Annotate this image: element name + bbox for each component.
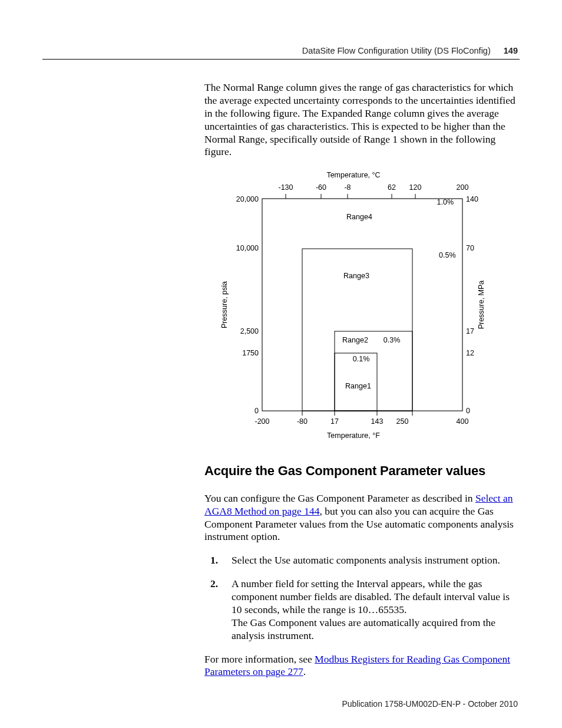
running-head: DataSite Flow Configuration Utility (DS … <box>302 46 518 55</box>
chart-right-axis-label: Pressure, MPa <box>477 281 485 330</box>
step-1: 1. Select the Use automatic components a… <box>204 554 518 567</box>
step-2-text: A number field for setting the Interval … <box>232 578 510 641</box>
svg-text:70: 70 <box>466 244 474 252</box>
range3-label: Range3 <box>343 272 369 280</box>
svg-text:-60: -60 <box>316 183 326 192</box>
range1-label: Range1 <box>345 382 371 390</box>
svg-text:400: 400 <box>457 417 469 426</box>
section-paragraph: You can configure the Gas Component Para… <box>204 492 518 544</box>
range2-label: Range2 <box>342 336 368 344</box>
svg-text:140: 140 <box>466 195 478 203</box>
page-number: 149 <box>504 46 518 55</box>
top-ticks: -130 -60 -8 62 120 200 <box>278 183 468 199</box>
svg-text:143: 143 <box>371 417 384 426</box>
svg-text:1750: 1750 <box>242 349 259 357</box>
section-heading: Acquire the Gas Component Parameter valu… <box>204 463 518 479</box>
svg-text:2,500: 2,500 <box>240 327 259 335</box>
page: DataSite Flow Configuration Utility (DS … <box>0 0 562 728</box>
range1-pct: 0.1% <box>353 355 370 363</box>
right-ticks: 140 70 17 12 0 <box>466 195 478 415</box>
range4-label: Range4 <box>346 213 372 221</box>
svg-text:0: 0 <box>254 407 259 415</box>
svg-text:12: 12 <box>466 349 474 357</box>
svg-text:200: 200 <box>457 183 469 192</box>
chart-bottom-title: Temperature, °F <box>327 431 380 440</box>
closing-pre: For more information, see <box>204 653 315 665</box>
svg-text:0: 0 <box>466 407 470 415</box>
step-1-text: Select the Use automatic components anal… <box>232 554 500 566</box>
bottom-ticks: -200 -80 17 143 250 400 <box>254 411 468 426</box>
closing-paragraph: For more information, see Modbus Registe… <box>204 653 518 679</box>
range4-pct: 1.0% <box>437 198 454 206</box>
range-uncertainty-chart: Temperature, °C Temperature, °F Pressure… <box>215 169 492 440</box>
svg-text:20,000: 20,000 <box>236 195 259 203</box>
svg-text:10,000: 10,000 <box>236 244 259 252</box>
step-2: 2. A number field for setting the Interv… <box>204 578 518 642</box>
svg-text:-80: -80 <box>297 417 308 426</box>
svg-text:17: 17 <box>330 417 339 426</box>
steps-list: 1. Select the Use automatic components a… <box>204 554 518 642</box>
intro-paragraph: The Normal Range column gives the range … <box>204 81 518 159</box>
footer-publication: Publication 1758-UM002D-EN-P - October 2… <box>342 699 518 709</box>
closing-post: . <box>303 666 306 677</box>
step-2-number: 2. <box>210 578 218 591</box>
svg-text:62: 62 <box>388 183 396 192</box>
chart-top-title: Temperature, °C <box>326 171 380 179</box>
svg-text:250: 250 <box>396 417 409 426</box>
svg-text:-200: -200 <box>254 417 269 426</box>
left-ticks: 20,000 10,000 2,500 1750 0 <box>236 195 259 415</box>
svg-text:120: 120 <box>409 183 422 192</box>
svg-text:-8: -8 <box>344 183 351 192</box>
step-1-number: 1. <box>210 554 218 567</box>
range4-box <box>262 199 462 411</box>
chart-left-axis-label: Pressure, psia <box>220 281 229 328</box>
content-column: The Normal Range column gives the range … <box>204 81 518 689</box>
range2-pct: 0.3% <box>384 336 401 344</box>
header-title: DataSite Flow Configuration Utility (DS … <box>302 46 491 55</box>
svg-text:17: 17 <box>466 327 474 335</box>
header-rule <box>42 59 520 60</box>
section-para-pre: You can configure the Gas Component Para… <box>204 492 475 504</box>
range3-pct: 0.5% <box>439 251 456 259</box>
svg-text:-130: -130 <box>278 183 293 192</box>
